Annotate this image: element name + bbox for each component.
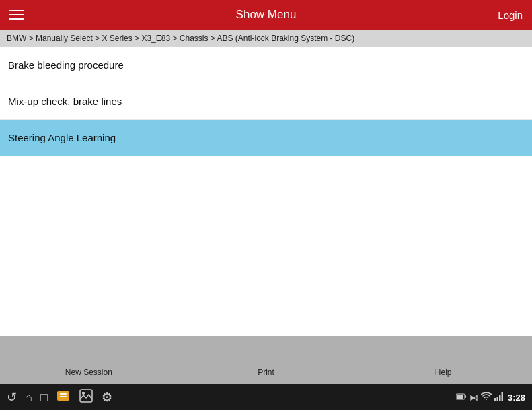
svg-rect-22 xyxy=(494,398,496,401)
bluetooth-icon: ⧑ xyxy=(469,392,478,403)
svg-rect-24 xyxy=(499,395,501,401)
print-label: Print xyxy=(258,368,274,377)
header-title: Show Menu xyxy=(236,8,297,22)
gallery-icon[interactable] xyxy=(79,388,93,407)
svg-point-18 xyxy=(82,392,85,395)
svg-rect-23 xyxy=(496,397,498,401)
list-item[interactable]: Brake bleeding procedure xyxy=(0,47,532,83)
svg-rect-16 xyxy=(60,396,67,397)
nav-right-status: ⧑ 3:28 xyxy=(456,392,525,403)
svg-rect-15 xyxy=(60,393,67,395)
new-session-button[interactable]: New Session xyxy=(62,343,116,377)
list-item[interactable]: Mix-up check, brake lines xyxy=(0,83,532,120)
main-content: Brake bleeding procedure Mix-up check, b… xyxy=(0,47,532,336)
help-button[interactable]: i Help xyxy=(416,343,470,377)
svg-rect-25 xyxy=(501,392,503,401)
launcher-icon[interactable] xyxy=(56,388,71,407)
hamburger-menu-button[interactable] xyxy=(9,10,24,20)
home-icon[interactable]: ⌂ xyxy=(25,390,32,405)
breadcrumb: BMW > Manually Select > X Series > X3_E8… xyxy=(0,30,532,47)
back-arrow-icon[interactable]: ↺ xyxy=(7,390,17,405)
list-item-label: Brake bleeding procedure xyxy=(8,59,124,71)
time-display: 3:28 xyxy=(508,392,525,403)
android-nav-bar: ↺ ⌂ □ ⚙ xyxy=(0,384,532,410)
settings-icon[interactable]: ⚙ xyxy=(102,390,112,405)
svg-rect-21 xyxy=(465,395,466,398)
new-session-label: New Session xyxy=(65,368,112,377)
battery-icon xyxy=(456,392,467,402)
list-item-label: Mix-up check, brake lines xyxy=(8,96,122,107)
header-bar: Show Menu Login xyxy=(0,0,532,30)
print-button[interactable]: Print xyxy=(239,343,293,377)
status-icons: ⧑ xyxy=(456,392,504,403)
wifi-icon xyxy=(481,392,492,403)
list-item-selected[interactable]: Steering Angle Learning xyxy=(0,120,532,156)
signal-icon xyxy=(494,392,504,403)
login-button[interactable]: Login xyxy=(498,9,523,21)
help-label: Help xyxy=(435,368,452,377)
list-item-label: Steering Angle Learning xyxy=(8,132,116,143)
recents-icon[interactable]: □ xyxy=(40,390,48,405)
svg-rect-20 xyxy=(457,395,463,399)
bottom-toolbar: New Session Print i Hel xyxy=(0,336,532,384)
breadcrumb-text: BMW > Manually Select > X Series > X3_E8… xyxy=(7,34,354,43)
nav-left-group: ↺ ⌂ □ ⚙ xyxy=(7,388,112,407)
